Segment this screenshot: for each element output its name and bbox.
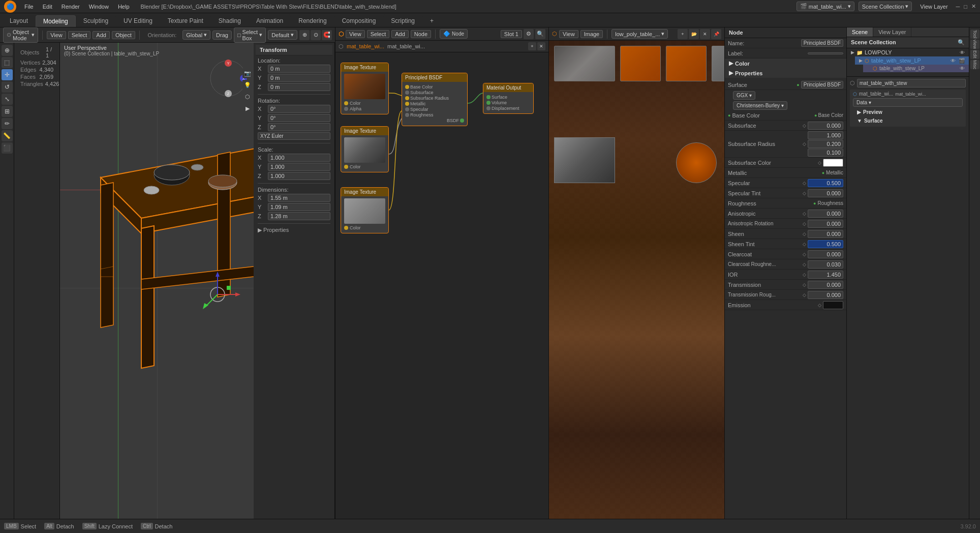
view-menu-btn[interactable]: View [47, 31, 66, 39]
subsurface-method-selector[interactable]: Christensen-Burley▾ [733, 101, 787, 110]
snap-toggle-btn[interactable]: 🧲 [322, 30, 332, 40]
loc-z[interactable]: 0 m [268, 83, 330, 91]
cursor-tool[interactable]: ⊕ [2, 45, 13, 56]
strip-edit[interactable]: Edit [970, 50, 979, 59]
tab-shading[interactable]: Shading [211, 15, 249, 27]
strip-misc[interactable]: Misc [970, 60, 979, 69]
orientation-selector[interactable]: Global▾ [182, 30, 210, 40]
view-layer-selector[interactable]: Scene Collection ▾ [859, 2, 912, 11]
node-label-value[interactable] [808, 52, 843, 54]
light-icon[interactable]: 💡 [242, 80, 253, 90]
properties-toggle[interactable]: ▶ Properties [258, 227, 330, 233]
sc-filter-icon[interactable]: 🔍 [958, 39, 965, 46]
select-menu-btn[interactable]: Select [68, 31, 91, 39]
close-btn[interactable]: ✕ [971, 3, 976, 10]
uv-image-selector[interactable]: low_poly_table_...▾ [611, 29, 668, 39]
help-menu[interactable]: Help [114, 3, 134, 11]
node-menu-view[interactable]: View [346, 30, 365, 38]
surface-value[interactable]: Principled BSDF [801, 81, 843, 88]
scale-z[interactable]: 1.000 [268, 172, 330, 180]
tab-animation[interactable]: Animation [249, 15, 291, 27]
rot-y[interactable]: 0° [268, 114, 330, 122]
surface-section[interactable]: ▼Surface [853, 116, 963, 125]
scene-selector[interactable]: 🎬 mat_table_wi... ▾ [797, 2, 854, 11]
uv-view-menu[interactable]: View [559, 30, 578, 38]
sc-tab-view-layer[interactable]: View Layer [873, 27, 911, 37]
tab-sculpting[interactable]: Sculpting [76, 15, 116, 27]
subsurface-r-val[interactable]: 1.000 [808, 131, 843, 139]
loc-y[interactable]: 0 m [268, 74, 330, 82]
minimize-btn[interactable]: ─ [956, 4, 960, 10]
subsurface-val[interactable]: 0.000 [808, 122, 843, 130]
pivot-point-btn[interactable]: ⊕ [299, 30, 310, 40]
loc-x[interactable]: 0 m [268, 65, 330, 73]
scale-x[interactable]: 1.000 [268, 154, 330, 162]
subsurface-g-val[interactable]: 0.200 [808, 140, 843, 148]
tab-add[interactable]: + [422, 15, 441, 27]
proportional-edit-btn[interactable]: ⊙ [311, 30, 321, 40]
transmission-val[interactable]: 0.000 [808, 281, 843, 289]
camera-icon[interactable]: 📷 [242, 68, 253, 78]
rot-z[interactable]: 0° [268, 123, 330, 131]
node-slot-btn[interactable]: Slot 1 [501, 30, 522, 38]
clearcoat-roughness-val[interactable]: 0.030 [808, 260, 843, 269]
window-menu[interactable]: Window [85, 3, 113, 11]
sheen-tint-val[interactable]: 0.500 [808, 240, 843, 248]
tab-rendering[interactable]: Rendering [291, 15, 334, 27]
tab-scripting[interactable]: Scripting [383, 15, 422, 27]
rotate-tool[interactable]: ↺ [2, 81, 13, 93]
material-icon[interactable]: ⬡ [242, 92, 253, 102]
render-menu[interactable]: Render [57, 3, 84, 11]
node-menu-node[interactable]: Node [411, 30, 431, 38]
render-icon[interactable]: ▶ [242, 103, 253, 113]
add-menu-btn[interactable]: Add [93, 31, 110, 39]
uv-close-btn[interactable]: ✕ [700, 29, 710, 39]
uv-image-menu[interactable]: Image [580, 30, 603, 38]
node-search-icon[interactable]: 🔍 [535, 29, 545, 39]
uv-canvas[interactable]: ⊕ [549, 41, 724, 533]
properties-section-header[interactable]: ▶ Properties [725, 68, 846, 78]
color-section-header[interactable]: ▶ Color [725, 58, 846, 68]
rotation-mode[interactable]: XYZ Euler [258, 132, 330, 140]
3d-viewport[interactable]: User Perspective (0) Scene Collection | … [60, 43, 254, 533]
sc-tab-scene[interactable]: Scene [847, 27, 873, 37]
select-box-btn[interactable]: □ Select Box ▾ [234, 27, 266, 43]
uv-new-btn[interactable]: + [678, 29, 688, 39]
specular-tint-val[interactable]: 0.000 [808, 189, 843, 197]
select-tool[interactable]: ⬚ [2, 57, 13, 68]
dim-z[interactable]: 1.28 m [268, 212, 330, 220]
node-menu-select[interactable]: Select [367, 30, 390, 38]
tab-uv-editing[interactable]: UV Editing [116, 15, 160, 27]
sc-item2-vis-icon[interactable]: 👁 [960, 66, 965, 71]
scale-y[interactable]: 1.000 [268, 163, 330, 171]
node-menu-add[interactable]: Add [391, 30, 409, 38]
maximize-btn[interactable]: □ [964, 4, 967, 10]
tab-compositing[interactable]: Compositing [334, 15, 384, 27]
node-tex-3[interactable]: Image Texture Color [341, 187, 389, 233]
subsurface-color-swatch[interactable] [823, 159, 843, 167]
distribution-selector[interactable]: GGX▾ [733, 91, 755, 100]
mode-selector[interactable]: ⊙ Object Mode [3, 27, 38, 43]
scale-tool[interactable]: ⤡ [2, 94, 13, 105]
node-name-value[interactable]: Principled BSDF [801, 39, 843, 47]
sheen-val[interactable]: 0.000 [808, 230, 843, 238]
uv-pin-btn[interactable]: 📌 [711, 29, 721, 39]
mat-table-link2[interactable]: mat_table_wi... [387, 43, 425, 49]
preview-section[interactable]: ▶Preview [853, 108, 963, 116]
mat-data-dropdown[interactable]: Data▾ [853, 98, 963, 107]
dim-y[interactable]: 1.09 m [268, 203, 330, 211]
specular-val[interactable]: 0.500 [808, 179, 843, 187]
node-material-output[interactable]: Material Output Surface Volume Displacem… [483, 83, 534, 114]
node-tex-1[interactable]: Image Texture Color Alpha [341, 63, 389, 114]
sc-item-table-lp-2[interactable]: ▶ ⬡ table_with_stew_LP 👁 [863, 65, 969, 72]
rot-x[interactable]: 0° [268, 105, 330, 113]
mat-name-input[interactable] [857, 79, 966, 87]
ior-val[interactable]: 1.450 [808, 271, 843, 279]
clearcoat-val[interactable]: 0.000 [808, 250, 843, 258]
object-menu-btn[interactable]: Object [112, 31, 135, 39]
move-tool active[interactable]: ✛ [2, 69, 13, 80]
sc-item-table-lp[interactable]: ▶ ⬡ table_with_stew_LP 👁 🎬 [855, 56, 969, 65]
strip-tool-shelf[interactable]: Tool [970, 29, 979, 39]
node-object-selector[interactable]: 🔷 Node [440, 29, 468, 39]
dim-x[interactable]: 1.55 m [268, 194, 330, 202]
